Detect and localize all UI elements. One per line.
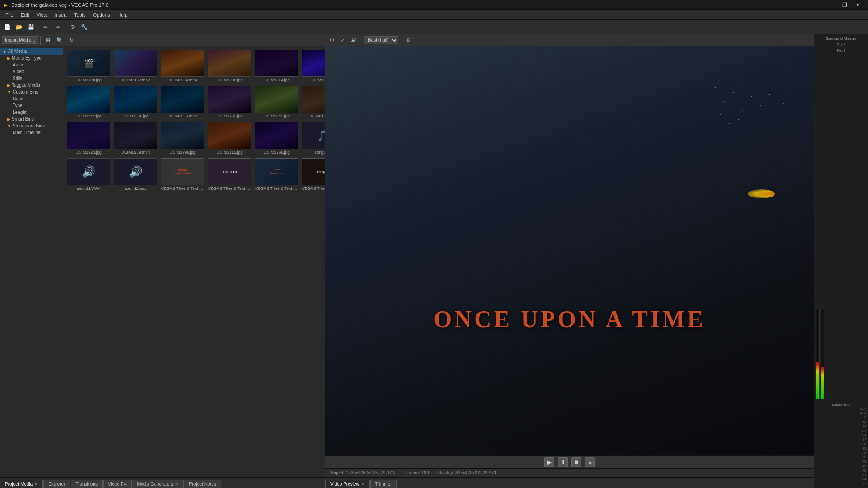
media-thumb bbox=[208, 50, 251, 77]
media-thumb: 🎬 bbox=[67, 50, 110, 77]
tree-type[interactable]: Type bbox=[0, 102, 63, 109]
media-thumb bbox=[114, 86, 157, 113]
media-label: DCIM1412.jpg bbox=[67, 114, 110, 118]
filter-btn[interactable]: 🔍 bbox=[54, 35, 65, 46]
menu-file[interactable]: File bbox=[2, 11, 17, 19]
media-item-dcim1387[interactable]: DCIM1387.jpg bbox=[302, 50, 325, 82]
tree-tagged-media[interactable]: ▶ Tagged Media bbox=[0, 82, 63, 89]
media-item-dcim1234[interactable]: DCIM1234.mp4 bbox=[161, 50, 204, 82]
view-toggle[interactable]: ⊞ bbox=[42, 35, 53, 46]
media-grid: 🎬 DCIM1120.jpg DCIM1137.mov bbox=[63, 46, 325, 477]
media-item-dcim3768[interactable]: DCIM3768.jpg bbox=[255, 122, 298, 155]
media-item-title-good[interactable]: GOODagainst evil VEGAS Titles & Text Goo… bbox=[161, 158, 204, 191]
media-item-dcim1867[interactable]: DCIM1867.mp4 bbox=[302, 86, 325, 118]
media-item-dcim1765[interactable]: DCIM1765.jpg bbox=[208, 86, 251, 118]
folder-icon: ▶ bbox=[7, 117, 10, 122]
settings-button[interactable]: 🔧 bbox=[79, 22, 90, 33]
menu-insert[interactable]: Insert bbox=[51, 11, 71, 19]
preview-settings[interactable]: ⚙ bbox=[327, 36, 336, 45]
preview-sound[interactable]: 🔊 bbox=[349, 36, 358, 45]
media-item-dcim1137[interactable]: DCIM1137.mov bbox=[114, 50, 157, 82]
media-label: song.mp3 bbox=[302, 150, 325, 155]
restore-button[interactable]: ❐ bbox=[838, 0, 851, 10]
menu-options[interactable]: Options bbox=[90, 11, 114, 19]
tab-close-project-media[interactable]: ✕ bbox=[34, 482, 38, 487]
quality-select[interactable]: Best (Full) Good Draft bbox=[364, 36, 398, 44]
tree-media-by-type[interactable]: ▶ Media By Type bbox=[0, 55, 63, 61]
tab-project-media[interactable]: Project Media ✕ bbox=[0, 480, 43, 488]
tree-storyboard-bins[interactable]: ▼ Storyboard Bins bbox=[0, 122, 63, 129]
tree-audio[interactable]: Audio bbox=[0, 61, 63, 68]
master-bus-bottom-label: Master Bus bbox=[816, 403, 866, 407]
tree-custom-bins[interactable]: ▼ Custom Bins bbox=[0, 89, 63, 95]
media-label: sound1.WAV bbox=[67, 186, 110, 191]
media-item-title-once[interactable]: OnceUpon a time VEGAS Titles & Text Once… bbox=[255, 158, 298, 191]
right-panel: ⚙ ⤢ 🔊 Best (Full) Good Draft ⊞ bbox=[326, 34, 868, 488]
tree-smart-bins[interactable]: ▶ Smart Bins bbox=[0, 116, 63, 122]
media-item-title-trag[interactable]: tragedy VEGAS Titles & Text tragedy bbox=[302, 158, 325, 191]
tree-stills[interactable]: Stills bbox=[0, 75, 63, 82]
media-item-title-justice[interactable]: JUSTICE VEGAS Titles & Text Justice wins bbox=[208, 158, 251, 191]
minimize-button[interactable]: ─ bbox=[825, 0, 837, 10]
tab-explorer[interactable]: Explorer bbox=[43, 480, 70, 488]
preview-scale[interactable]: ⤢ bbox=[338, 36, 347, 45]
media-thumb bbox=[302, 50, 325, 77]
media-item-dcim1939[interactable]: DCIM1939.mp4 bbox=[114, 122, 157, 155]
undo-button[interactable]: ↩ bbox=[40, 22, 51, 33]
tab-trimmer[interactable]: Trimmer bbox=[370, 480, 397, 488]
media-label: DCIM3768.jpg bbox=[255, 150, 298, 155]
media-label: DCIM1939.mp4 bbox=[114, 150, 157, 155]
media-item-dcim1923[interactable]: DCIM1923.jpg bbox=[67, 122, 110, 155]
media-item-dcim1290[interactable]: DCIM1290.jpg bbox=[208, 50, 251, 82]
media-thumb bbox=[114, 50, 157, 77]
tree-length[interactable]: Lenght bbox=[0, 109, 63, 116]
media-label: DCIM1566.mp4 bbox=[161, 114, 204, 118]
preview-canvas: Once Upon a Time bbox=[326, 46, 814, 455]
media-item-dcim1412[interactable]: DCIM1412.jpg bbox=[67, 86, 110, 118]
tab-video-preview[interactable]: Video Preview ✕ bbox=[326, 480, 370, 488]
main-layout: Import Media... ⊞ 🔍 ↻ ▶ All Media ▶ Medi… bbox=[0, 34, 868, 488]
preview-menu[interactable]: ≡ bbox=[585, 457, 595, 467]
media-item-sound1[interactable]: 🔊 sound1.WAV bbox=[67, 158, 110, 191]
preview-play[interactable]: ▶ bbox=[544, 457, 554, 467]
menu-tools[interactable]: Tools bbox=[71, 11, 90, 19]
menu-help[interactable]: Help bbox=[113, 11, 131, 19]
menu-view[interactable]: View bbox=[33, 11, 51, 19]
media-label: DCIM1387.jpg bbox=[302, 78, 325, 82]
media-item-dcim3112[interactable]: DCIM3112.jpg bbox=[208, 122, 251, 155]
tree-all-media[interactable]: ▶ All Media bbox=[0, 48, 63, 55]
tab-close-video-preview[interactable]: ✕ bbox=[361, 482, 365, 487]
media-item-dcim1566[interactable]: DCIM1566.jpg bbox=[114, 86, 157, 118]
media-thumb bbox=[208, 122, 251, 149]
save-button[interactable]: 💾 bbox=[25, 22, 36, 33]
media-item-dcim1999[interactable]: DCIM1999.jpg bbox=[161, 122, 204, 155]
preview-stop[interactable]: ⏹ bbox=[571, 457, 581, 467]
sep bbox=[40, 36, 41, 45]
render-button[interactable]: ⚙ bbox=[67, 22, 78, 33]
preview-pause[interactable]: ⏸ bbox=[558, 457, 568, 467]
preview-grid[interactable]: ⊞ bbox=[404, 36, 413, 45]
tab-project-notes[interactable]: Project Notes bbox=[184, 480, 221, 488]
media-item-dcim1120[interactable]: 🎬 DCIM1120.jpg bbox=[67, 50, 110, 82]
meter-left bbox=[816, 309, 820, 399]
media-item-song[interactable]: 🎵 song.mp3 bbox=[302, 122, 325, 155]
tab-transitions[interactable]: Transitions bbox=[71, 480, 103, 488]
media-item-dcim1314[interactable]: DCIM1314.jpg bbox=[255, 50, 298, 82]
tree-main-timeline[interactable]: Main Timeline bbox=[0, 129, 63, 136]
import-media-button[interactable]: Import Media... bbox=[2, 36, 38, 44]
media-item-dcim1845[interactable]: DCIM1845.jpg bbox=[255, 86, 298, 118]
open-button[interactable]: 📂 bbox=[14, 22, 24, 33]
tree-video[interactable]: Video bbox=[0, 68, 63, 75]
tree-name[interactable]: Name bbox=[0, 95, 63, 102]
tab-close-media-gen[interactable]: ✕ bbox=[175, 482, 179, 487]
redo-button[interactable]: ↪ bbox=[52, 22, 63, 33]
media-item-dcim1566mp4[interactable]: DCIM1566.mp4 bbox=[161, 86, 204, 118]
media-item-sound2[interactable]: 🔊 sound2.wav bbox=[114, 158, 157, 191]
refresh-btn[interactable]: ↻ bbox=[66, 35, 77, 46]
menu-edit[interactable]: Edit bbox=[17, 11, 33, 19]
new-button[interactable]: 📄 bbox=[2, 22, 13, 33]
close-button[interactable]: ✕ bbox=[852, 0, 864, 10]
media-label: DCIM1290.jpg bbox=[208, 78, 251, 82]
tab-video-fx[interactable]: Video FX bbox=[103, 480, 132, 488]
tab-media-generators[interactable]: Media Generators ✕ bbox=[132, 480, 184, 488]
